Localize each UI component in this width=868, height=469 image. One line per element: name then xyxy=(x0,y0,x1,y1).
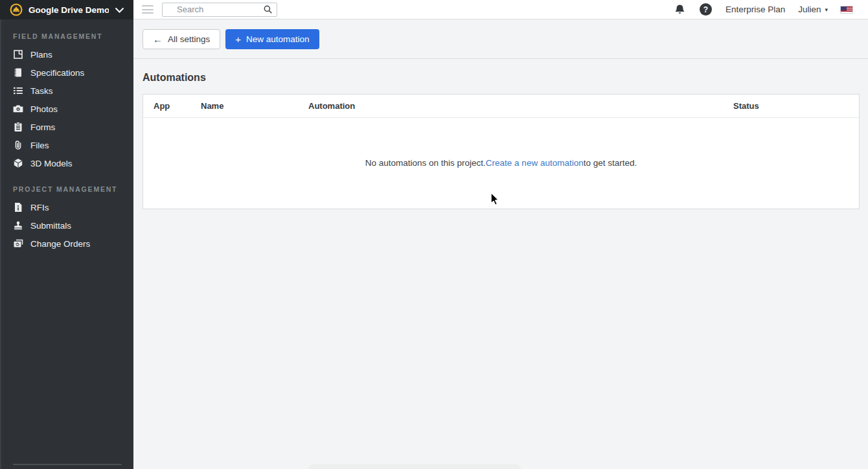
photos-icon xyxy=(13,104,23,114)
project-switcher[interactable]: Google Drive Demo xyxy=(0,0,133,19)
sidebar-item-label: Files xyxy=(30,141,49,150)
change-orders-icon xyxy=(13,238,23,249)
search-input[interactable] xyxy=(162,3,277,17)
column-header-status: Status xyxy=(733,95,859,117)
sidebar-item-plans[interactable]: Plans xyxy=(0,45,133,63)
sidebar-item-label: Specifications xyxy=(30,68,84,78)
fieldwire-logo-icon xyxy=(10,3,23,16)
sidebar-item-photos[interactable]: Photos xyxy=(0,100,133,118)
sidebar-item-3d-models[interactable]: 3D Models xyxy=(0,154,133,172)
project-name: Google Drive Demo xyxy=(29,5,109,15)
column-header-app: App xyxy=(143,95,201,117)
sidebar-item-specifications[interactable]: Specifications xyxy=(0,63,133,82)
tasks-icon xyxy=(13,86,23,96)
notifications-bell-icon[interactable] xyxy=(674,4,685,15)
specifications-icon xyxy=(13,67,23,78)
sidebar-item-submittals[interactable]: Submittals xyxy=(0,216,133,234)
table-header-row: App Name Automation Status xyxy=(143,95,859,117)
search-icon[interactable] xyxy=(263,5,273,17)
create-automation-link[interactable]: Create a new automation xyxy=(486,158,584,168)
sidebar-item-label: Change Orders xyxy=(30,239,90,249)
files-icon xyxy=(13,140,23,150)
sidebar-item-files[interactable]: Files xyxy=(0,136,133,154)
section-title: PROJECT MANAGEMENT xyxy=(0,185,133,198)
search-box xyxy=(162,3,277,17)
sidebar-scroll-divider xyxy=(13,464,122,465)
empty-state-text: No automations on this project. xyxy=(365,158,486,168)
settings-toolbar: ← All settings + New automation xyxy=(133,20,868,59)
sidebar: Google Drive Demo FIELD MANAGEMENT Plans xyxy=(0,0,133,469)
plus-icon: + xyxy=(235,34,241,44)
rfi-document-icon xyxy=(13,202,23,212)
chevron-down-icon[interactable] xyxy=(115,7,124,13)
empty-state: No automations on this project. Create a… xyxy=(143,118,859,209)
caret-down-icon: ▾ xyxy=(825,6,828,13)
user-name: Julien xyxy=(798,5,821,14)
plans-icon xyxy=(13,49,23,60)
forms-icon xyxy=(13,122,23,132)
main-content: Automations App Name Automation Status N… xyxy=(133,60,868,209)
sidebar-item-label: Tasks xyxy=(30,86,53,96)
sidebar-nav: FIELD MANAGEMENT Plans Specifications xyxy=(0,32,133,253)
section-field-management: FIELD MANAGEMENT Plans Specifications xyxy=(0,32,133,172)
new-automation-label: New automation xyxy=(246,34,310,44)
sidebar-item-label: Forms xyxy=(30,122,55,132)
empty-state-text: to get started. xyxy=(584,158,637,168)
user-menu[interactable]: Julien ▾ xyxy=(798,5,828,14)
sidebar-item-label: Submittals xyxy=(30,221,71,231)
bottom-widget-edge xyxy=(308,464,521,469)
sidebar-item-tasks[interactable]: Tasks xyxy=(0,82,133,100)
plan-label[interactable]: Enterprise Plan xyxy=(725,5,785,14)
section-project-management: PROJECT MANAGEMENT RFIs Submittals xyxy=(0,185,133,253)
new-automation-button[interactable]: + New automation xyxy=(225,29,319,49)
topbar-right: ? Enterprise Plan Julien ▾ xyxy=(674,3,853,16)
section-title: FIELD MANAGEMENT xyxy=(0,32,133,45)
column-header-name: Name xyxy=(201,95,308,117)
sidebar-item-label: 3D Models xyxy=(30,159,73,168)
back-arrow-icon: ← xyxy=(153,34,163,44)
page-title: Automations xyxy=(143,72,868,84)
hamburger-menu-icon[interactable] xyxy=(142,5,154,14)
help-icon[interactable]: ? xyxy=(700,3,712,16)
sidebar-item-label: Photos xyxy=(30,104,58,114)
sidebar-edge-highlight xyxy=(0,19,1,469)
sidebar-item-rfis[interactable]: RFIs xyxy=(0,198,133,216)
topbar: ? Enterprise Plan Julien ▾ xyxy=(133,0,868,19)
sidebar-item-label: RFIs xyxy=(30,203,49,212)
sidebar-item-forms[interactable]: Forms xyxy=(0,118,133,136)
column-header-automation: Automation xyxy=(308,95,733,117)
all-settings-back-button[interactable]: ← All settings xyxy=(143,29,220,49)
language-flag-us-icon[interactable] xyxy=(840,6,853,14)
sidebar-item-change-orders[interactable]: Change Orders xyxy=(0,234,133,253)
sidebar-item-label: Plans xyxy=(30,50,52,60)
stamp-icon xyxy=(13,220,23,231)
cube-3d-icon xyxy=(13,158,23,168)
back-button-label: All settings xyxy=(168,34,210,44)
automations-table: App Name Automation Status No automation… xyxy=(143,94,860,209)
